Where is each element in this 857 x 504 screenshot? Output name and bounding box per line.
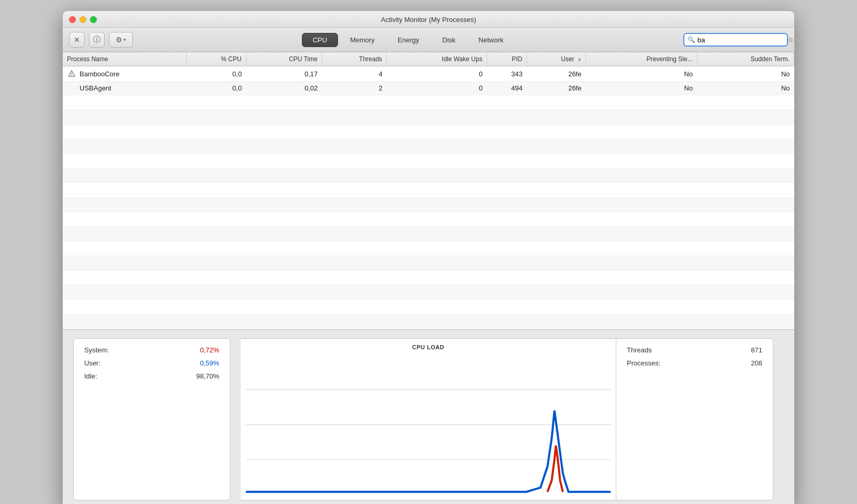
toolbar: ✕ ⓘ ⚙ ▾ CPU Memory Energy Disk Network [63,28,794,52]
window-title: Activity Monitor (My Processes) [381,16,476,24]
empty-row [63,124,794,139]
minimize-button[interactable] [80,16,86,23]
col-header-cpu-time[interactable]: CPU Time [246,52,322,66]
cell-cpu-pct: 0,0 [186,82,246,95]
chevron-down-icon: ▾ [123,37,126,42]
titlebar: Activity Monitor (My Processes) [63,11,794,28]
empty-row [63,168,794,183]
idle-value: 98,70% [196,372,219,380]
empty-row [63,110,794,124]
cell-sudden-term: No [697,82,794,95]
process-icon [67,69,76,78]
cpu-load-chart-box: CPU LOAD [241,338,616,500]
empty-row [63,256,794,271]
gear-icon: ⚙ [116,36,122,44]
gear-menu-button[interactable]: ⚙ ▾ [109,32,133,48]
processes-label: Processes: [627,359,660,367]
tab-memory[interactable]: Memory [339,33,386,47]
user-label: User: [84,359,100,367]
empty-row [63,271,794,285]
empty-row [63,227,794,242]
idle-label: Idle: [84,372,97,380]
cell-threads: 2 [322,82,387,95]
cell-pid: 494 [487,82,526,95]
table-header-row: Process Name % CPU CPU Time Threads Idle… [63,52,794,66]
sort-arrow-icon: ∧ [578,56,581,62]
process-table-container: Process Name % CPU CPU Time Threads Idle… [63,52,794,329]
idle-stat-row: Idle: 98,70% [84,372,219,380]
cell-pid: 343 [487,66,526,82]
tab-cpu[interactable]: CPU [302,33,338,47]
maximize-button[interactable] [90,16,97,23]
tab-energy[interactable]: Energy [387,33,430,47]
col-header-idle-wake-ups[interactable]: Idle Wake Ups [387,52,487,66]
cell-cpu-pct: 0,0 [186,66,246,82]
cpu-stats-box: System: 0,72% User: 0,59% Idle: 98,70% [73,338,230,500]
threads-label: Threads [627,346,652,354]
tab-network[interactable]: Network [468,33,515,47]
search-input[interactable] [697,36,785,44]
empty-row [63,285,794,300]
process-name-cell: BambooCore [63,66,186,82]
cell-preventing-sleep: No [585,82,697,95]
close-button[interactable] [69,16,76,23]
cell-user: 26fe [527,66,586,82]
processes-value: 208 [751,359,762,367]
system-stat-row: System: 0,72% [84,346,219,354]
svg-point-2 [71,75,72,76]
cpu-load-title: CPU LOAD [412,344,444,350]
table-row[interactable]: BambooCore0,00,174034326feNoNo [63,66,794,82]
cell-user: 26fe [527,82,586,95]
process-table: Process Name % CPU CPU Time Threads Idle… [63,52,794,329]
stop-process-button[interactable]: ✕ [69,32,85,48]
threads-row: Threads 871 [627,346,762,354]
cell-cpu-time: 0,02 [246,82,322,95]
user-value: 0,59% [200,359,219,367]
process-name-cell: USBAgent [63,82,186,95]
threads-value: 871 [751,346,762,354]
empty-row [63,95,794,110]
search-icon: 🔍 [687,36,695,43]
empty-row [63,183,794,198]
system-label: System: [84,346,109,354]
col-header-sudden-term[interactable]: Sudden Term. [697,52,794,66]
process-name-text: USBAgent [80,84,111,92]
cpu-load-group: CPU LOAD Threads 871 P [241,338,773,500]
empty-row [63,154,794,168]
cell-preventing-sleep: No [585,66,697,82]
cell-threads: 4 [322,66,387,82]
empty-row [63,300,794,315]
user-stat-row: User: 0,59% [84,359,219,367]
cell-idle-wake_ups: 0 [387,82,487,95]
search-box: 🔍 ⊗ [683,33,788,47]
cell-cpu-time: 0,17 [246,66,322,82]
col-header-threads[interactable]: Threads [322,52,387,66]
col-header-pid[interactable]: PID [487,52,526,66]
tab-disk[interactable]: Disk [431,33,466,47]
stop-icon: ✕ [74,36,80,44]
empty-row [63,139,794,154]
process-name-text: BambooCore [80,70,120,78]
bottom-panel: System: 0,72% User: 0,59% Idle: 98,70% C… [63,329,794,504]
col-header-preventing-sleep[interactable]: Preventing Sle... [585,52,697,66]
empty-row [63,212,794,227]
table-row[interactable]: USBAgent0,00,022049426feNoNo [63,82,794,95]
cpu-load-chart [246,354,611,495]
col-header-process-name[interactable]: Process Name [63,52,186,66]
threads-stats-box: Threads 871 Processes: 208 [616,338,773,500]
cell-idle-wake_ups: 0 [387,66,487,82]
empty-row [63,315,794,329]
empty-row [63,198,794,212]
processes-row: Processes: 208 [627,359,762,367]
tab-bar: CPU Memory Energy Disk Network [137,33,679,47]
col-header-cpu-pct[interactable]: % CPU [186,52,246,66]
col-header-user[interactable]: User ∧ [527,52,586,66]
inspect-process-button[interactable]: ⓘ [89,32,105,48]
activity-monitor-window: Activity Monitor (My Processes) ✕ ⓘ ⚙ ▾ … [62,10,795,504]
search-container: 🔍 ⊗ [683,33,788,47]
empty-row [63,242,794,256]
search-clear-button[interactable]: ⊗ [787,36,794,44]
cell-sudden-term: No [697,66,794,82]
info-icon: ⓘ [93,35,100,44]
system-value: 0,72% [200,346,219,354]
